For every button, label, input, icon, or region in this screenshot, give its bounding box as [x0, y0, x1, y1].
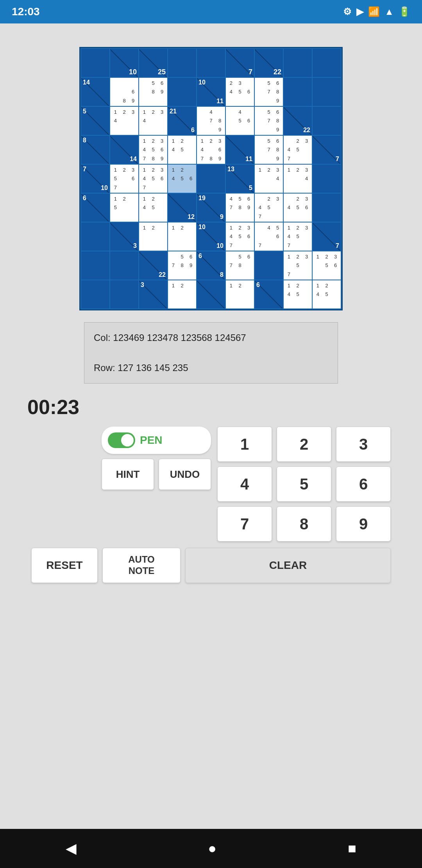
cell-r6c3[interactable]: 12 45	[139, 194, 167, 222]
cell-r6c6[interactable]: 456 789	[226, 194, 254, 222]
pen-toggle[interactable]: PEN	[102, 427, 211, 454]
auto-note-button[interactable]: AUTONOTE	[102, 548, 181, 583]
back-button[interactable]: ◀	[66, 840, 77, 857]
cell-r7c1	[81, 222, 109, 251]
clear-button[interactable]: CLEAR	[185, 548, 391, 583]
cell-r1c3: 25	[139, 49, 167, 77]
cell-r5c8[interactable]: 123 4	[284, 165, 312, 193]
cell-r6c2[interactable]: 12 5	[110, 194, 138, 222]
cell-r3c2[interactable]: 123 4	[110, 107, 138, 135]
cell-r9c7: 6	[255, 280, 283, 308]
cell-r8c8[interactable]: 123 5 7	[284, 251, 312, 280]
cell-r3c3[interactable]: 123 4	[139, 107, 167, 135]
recents-button[interactable]: ■	[348, 840, 356, 857]
cell-r6c9	[313, 194, 341, 222]
num-4-button[interactable]: 4	[217, 466, 272, 502]
num-9-button[interactable]: 9	[336, 506, 391, 542]
main-content: 10 25 7 22 14 6 89	[0, 23, 422, 829]
cell-r4c7[interactable]: 56 78 9	[255, 136, 283, 164]
status-bar: 12:03 ⚙ ▶ 📶 ▲ 🔋	[0, 0, 422, 23]
cell-r6c7[interactable]: 23 45 7	[255, 194, 283, 222]
cell-r4c5[interactable]: 123 46 789	[197, 136, 225, 164]
pen-label: PEN	[140, 434, 163, 447]
cell-r9c4[interactable]: 12	[168, 280, 196, 308]
cell-r7c8[interactable]: 123 45 7	[284, 222, 312, 251]
cell-r9c9[interactable]: 12 45	[313, 280, 341, 308]
num-8-button[interactable]: 8	[277, 506, 331, 542]
cell-r2c6[interactable]: 23 456	[226, 78, 254, 106]
settings-icon: ⚙	[343, 6, 352, 17]
cell-r3c5[interactable]: 4 78 9	[197, 107, 225, 135]
cell-r9c5	[197, 280, 225, 308]
cell-r9c2	[110, 280, 138, 308]
controls-panel: PEN HINT UNDO 1 2 3 4 5 6	[12, 419, 410, 587]
cell-r7c6[interactable]: 123 456 7	[226, 222, 254, 251]
cell-r8c5: 6 8	[197, 251, 225, 280]
play-icon: ▶	[356, 6, 363, 17]
cell-r5c2[interactable]: 123 56 7	[110, 165, 138, 193]
cell-r4c1: 8	[81, 136, 109, 164]
cell-r3c9	[313, 107, 341, 135]
reset-button[interactable]: RESET	[31, 548, 98, 583]
cell-r6c5: 19 9	[197, 194, 225, 222]
hint-undo-row: HINT UNDO	[102, 459, 211, 490]
cell-r7c9: 7	[313, 222, 341, 251]
num-3-button[interactable]: 3	[336, 427, 391, 462]
cell-r3c7[interactable]: 56 78 9	[255, 107, 283, 135]
cell-r2c1: 14	[81, 78, 109, 106]
num-7-button[interactable]: 7	[217, 506, 272, 542]
cell-r8c9[interactable]: 123 56	[313, 251, 341, 280]
battery-icon: 🔋	[399, 6, 410, 17]
kakuro-grid[interactable]: 10 25 7 22 14 6 89	[79, 47, 343, 310]
cell-r9c1	[81, 280, 109, 308]
num-6-button[interactable]: 6	[336, 466, 391, 502]
cell-r3c6[interactable]: 4 56	[226, 107, 254, 135]
time-display: 12:03	[12, 5, 40, 18]
cell-r5c1: 7 10	[81, 165, 109, 193]
cell-r2c4	[168, 78, 196, 106]
cell-r6c1: 6	[81, 194, 109, 222]
cell-r4c6: 11	[226, 136, 254, 164]
cell-r2c3[interactable]: 56 89	[139, 78, 167, 106]
cell-r7c4[interactable]: 12	[168, 222, 196, 251]
hint-button[interactable]: HINT	[102, 459, 154, 490]
cell-r3c1: 5	[81, 107, 109, 135]
cell-r1c4	[168, 49, 196, 77]
num-1-button[interactable]: 1	[217, 427, 272, 462]
cell-r4c3[interactable]: 123 456 789	[139, 136, 167, 164]
cell-r5c7[interactable]: 123 4	[255, 165, 283, 193]
status-icons: ⚙ ▶ 📶 ▲ 🔋	[343, 6, 410, 17]
cell-r6c8[interactable]: 23 456	[284, 194, 312, 222]
cell-r7c5: 10 10	[197, 222, 225, 251]
cell-r5c6: 5 13	[226, 165, 254, 193]
cell-r1c8	[284, 49, 312, 77]
cell-r3c4: 6 21	[168, 107, 196, 135]
cell-r9c6[interactable]: 12	[226, 280, 254, 308]
cell-r8c7	[255, 251, 283, 280]
cell-r9c8[interactable]: 12 45	[284, 280, 312, 308]
wifi-icon: ▲	[384, 6, 394, 17]
home-button[interactable]: ●	[208, 840, 216, 857]
cell-r7c7[interactable]: 45 6 7	[255, 222, 283, 251]
num-5-button[interactable]: 5	[277, 466, 331, 502]
cell-r4c4[interactable]: 12 45	[168, 136, 196, 164]
nav-bar: ◀ ● ■	[0, 829, 422, 868]
cell-r5c9	[313, 165, 341, 193]
cell-r2c7[interactable]: 56 78 9	[255, 78, 283, 106]
cell-r2c2[interactable]: 6 89	[110, 78, 138, 106]
num-2-button[interactable]: 2	[277, 427, 331, 462]
cell-r8c6[interactable]: 56 78	[226, 251, 254, 280]
cell-r4c9: 7	[313, 136, 341, 164]
cell-r9c3: 3	[139, 280, 167, 308]
cell-r7c3[interactable]: 12	[139, 222, 167, 251]
cell-r8c1	[81, 251, 109, 280]
cell-r1c9	[313, 49, 341, 77]
cell-r5c3[interactable]: 123 456 7	[139, 165, 167, 193]
cell-r4c8[interactable]: 23 45 7	[284, 136, 312, 164]
cell-r7c2: 3	[110, 222, 138, 251]
undo-button[interactable]: UNDO	[159, 459, 211, 490]
cell-r8c4[interactable]: 56 789	[168, 251, 196, 280]
cell-r6c4: 12	[168, 194, 196, 222]
cell-r5c4[interactable]: 12 456	[168, 165, 196, 193]
cell-r3c8: 22	[284, 107, 312, 135]
